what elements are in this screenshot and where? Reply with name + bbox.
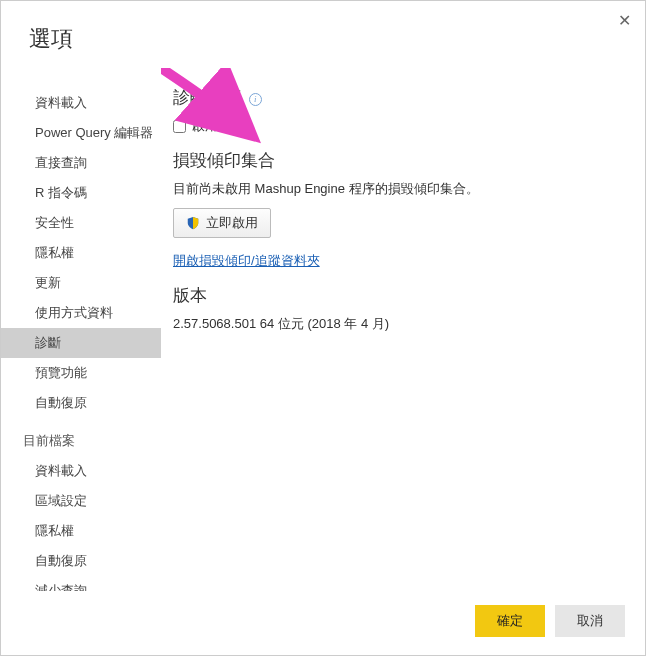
- shield-icon: [186, 216, 200, 230]
- sidebar-heading-current-file: 目前檔案: [1, 426, 161, 456]
- dialog-title: 選項: [1, 1, 645, 68]
- ok-button[interactable]: 確定: [475, 605, 545, 637]
- dialog-body: 資料載入Power Query 編輯器直接查詢R 指令碼安全性隱私權更新使用方式…: [1, 68, 645, 591]
- section-title-version: 版本: [173, 284, 621, 307]
- diag-title-text: 診斷選項: [173, 88, 241, 107]
- section-title-diagnostics: 診斷選項 i: [173, 86, 621, 109]
- close-icon[interactable]: ✕: [618, 11, 631, 30]
- version-value: 2.57.5068.501 64 位元 (2018 年 4 月): [173, 315, 621, 333]
- sidebar-item[interactable]: R 指令碼: [1, 178, 161, 208]
- content-panel: 診斷選項 i 啟用追蹤 損毀傾印集合 目前尚未啟用 Mashup Engine …: [161, 68, 645, 591]
- sidebar-item[interactable]: Power Query 編輯器: [1, 118, 161, 148]
- options-dialog: ✕ 選項 資料載入Power Query 編輯器直接查詢R 指令碼安全性隱私權更…: [0, 0, 646, 656]
- sidebar-item[interactable]: 直接查詢: [1, 148, 161, 178]
- sidebar: 資料載入Power Query 編輯器直接查詢R 指令碼安全性隱私權更新使用方式…: [1, 68, 161, 591]
- sidebar-item[interactable]: 隱私權: [1, 516, 161, 546]
- sidebar-item[interactable]: 更新: [1, 268, 161, 298]
- sidebar-item[interactable]: 區域設定: [1, 486, 161, 516]
- sidebar-item[interactable]: 使用方式資料: [1, 298, 161, 328]
- open-trace-folder-link[interactable]: 開啟損毀傾印/追蹤資料夾: [173, 252, 320, 270]
- info-icon[interactable]: i: [249, 93, 262, 106]
- enable-trace-row[interactable]: 啟用追蹤: [173, 117, 621, 135]
- section-title-crash: 損毀傾印集合: [173, 149, 621, 172]
- sidebar-item[interactable]: 資料載入: [1, 88, 161, 118]
- enable-now-label: 立即啟用: [206, 214, 258, 232]
- dialog-footer: 確定 取消: [1, 591, 645, 655]
- sidebar-item[interactable]: 隱私權: [1, 238, 161, 268]
- sidebar-item[interactable]: 資料載入: [1, 456, 161, 486]
- enable-trace-label: 啟用追蹤: [192, 117, 244, 135]
- crash-description: 目前尚未啟用 Mashup Engine 程序的損毀傾印集合。: [173, 180, 621, 198]
- sidebar-item[interactable]: 預覽功能: [1, 358, 161, 388]
- sidebar-item[interactable]: 自動復原: [1, 546, 161, 576]
- cancel-button[interactable]: 取消: [555, 605, 625, 637]
- sidebar-item[interactable]: 減少查詢: [1, 576, 161, 591]
- enable-trace-checkbox[interactable]: [173, 120, 186, 133]
- enable-now-button[interactable]: 立即啟用: [173, 208, 271, 238]
- sidebar-item[interactable]: 自動復原: [1, 388, 161, 418]
- sidebar-item[interactable]: 診斷: [1, 328, 161, 358]
- sidebar-item[interactable]: 安全性: [1, 208, 161, 238]
